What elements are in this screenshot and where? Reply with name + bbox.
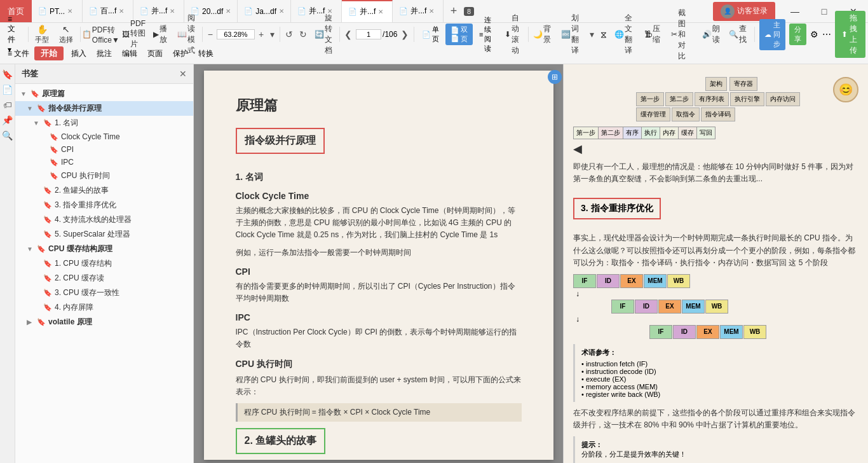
expand-11-icon: ▼ bbox=[27, 245, 34, 252]
tree-item-0[interactable]: ▼ 🔖 原理篇 bbox=[15, 86, 193, 101]
menu-file[interactable]: ≡ 文件 ▾ bbox=[3, 24, 25, 45]
new-tab-button[interactable]: + bbox=[444, 0, 464, 23]
translate-button[interactable]: 🔤 划词翻译 bbox=[557, 11, 583, 57]
zoom-in-button[interactable]: + bbox=[256, 28, 266, 41]
tree-item-9[interactable]: 🔖 4. 支持流水线的处理器 bbox=[15, 212, 193, 227]
tree-item-14[interactable]: 🔖 3. CPU 缓存一致性 bbox=[15, 286, 193, 300]
tag-icon[interactable]: 🏷 bbox=[3, 100, 12, 110]
prev-page-button[interactable]: ❮ bbox=[342, 28, 355, 41]
cell-id-2: ID bbox=[635, 300, 658, 314]
auto-scroll-icon: ⬇ bbox=[505, 30, 511, 39]
node-box-8: 缓存管理 bbox=[636, 107, 670, 121]
tab-8-icon: 📄 bbox=[399, 7, 408, 15]
tab-8[interactable]: 📄 并...f ✕ bbox=[393, 0, 444, 22]
tree-item-7[interactable]: 🔖 2. 鱼罐头的故事 bbox=[15, 183, 193, 198]
menu-edit[interactable]: 编辑 bbox=[117, 45, 142, 62]
tree-item-2[interactable]: ▼ 🔖 1. 名词 bbox=[15, 116, 193, 130]
tab-1-close[interactable]: ✕ bbox=[67, 8, 72, 15]
tab-5-close[interactable]: ✕ bbox=[279, 8, 284, 15]
page-number-input[interactable] bbox=[356, 29, 381, 39]
tab-7-close[interactable]: ✕ bbox=[378, 8, 383, 15]
share-button[interactable]: 分享 bbox=[789, 24, 806, 45]
rotate-left-button[interactable]: ↺ bbox=[283, 28, 295, 41]
pin-icon[interactable]: 📌 bbox=[2, 115, 13, 125]
node-box-1: 架构 bbox=[705, 77, 727, 91]
rotate-doc-button[interactable]: 🔄 旋转文档 bbox=[311, 11, 337, 57]
tab-2-close[interactable]: ✕ bbox=[119, 8, 124, 15]
menu-annotate[interactable]: 批注 bbox=[92, 45, 117, 62]
pdf-convert-button[interactable]: 📋 PDF转Office▼ bbox=[83, 24, 118, 46]
hand-icon: ✋ bbox=[37, 24, 48, 34]
fish-section-box: 2. 鱼罐头的故事 bbox=[236, 428, 326, 454]
scroll-button[interactable]: ⊞ bbox=[548, 70, 562, 84]
cell-if-1: IF bbox=[573, 274, 596, 288]
tree-item-8[interactable]: 🔖 3. 指令重排序优化 bbox=[15, 198, 193, 212]
compress-button[interactable]: 🗜 压缩 bbox=[641, 22, 663, 46]
menu-file-item[interactable]: ≡ 文件 bbox=[3, 45, 34, 62]
tree-item-10[interactable]: 🔖 5. SuperScalar 处理器 bbox=[15, 227, 193, 242]
zoom-out-button[interactable]: − bbox=[205, 28, 215, 41]
select-tool-button[interactable]: ↖ 选择 bbox=[55, 23, 78, 46]
tree-item-4[interactable]: 🔖 CPI bbox=[15, 143, 193, 156]
search-icon[interactable]: 🔍 bbox=[2, 130, 13, 141]
start-button[interactable]: 开始 bbox=[34, 46, 64, 60]
bookmark-icon[interactable]: 🔖 bbox=[2, 69, 13, 79]
tab-4-close[interactable]: ✕ bbox=[226, 8, 231, 15]
tree-item-6[interactable]: 🔖 CPU 执行时间 bbox=[15, 169, 193, 183]
zoom-dropdown-button[interactable]: ▾ bbox=[268, 28, 277, 41]
tree-item-1[interactable]: ▼ 🔖 指令级并行原理 ➔ bbox=[15, 101, 193, 116]
tab-5-icon: 📄 bbox=[244, 7, 253, 15]
tree-item-12[interactable]: 🔖 1. CPU 缓存结构 bbox=[15, 256, 193, 271]
tree-item-11[interactable]: ▼ 🔖 CPU 缓存结构原理 ➔ bbox=[15, 242, 193, 256]
menu-insert[interactable]: 插入 bbox=[66, 45, 92, 62]
menu-page[interactable]: 页面 bbox=[142, 45, 168, 62]
find-icon: 🔍 bbox=[729, 30, 738, 39]
settings-icon[interactable]: ⚙ bbox=[810, 29, 818, 39]
auto-scroll-button[interactable]: ⬇ 自动滚动 bbox=[501, 11, 526, 57]
read-aloud-button[interactable]: 🔊 朗读 bbox=[700, 22, 722, 46]
bg-label: 背景 bbox=[543, 24, 551, 45]
find-button[interactable]: 🔍 查找 bbox=[726, 22, 749, 46]
pipeline-diagram: IF ID EX MEM WB ↓ IF ID EX MEM WB ↓ IF I… bbox=[573, 274, 858, 339]
continuous-read-button[interactable]: ≡ 连续阅读 bbox=[474, 14, 499, 55]
upload-button[interactable]: ⬆ 拖拽上传 bbox=[835, 11, 865, 58]
tab-8-close[interactable]: ✕ bbox=[429, 8, 434, 15]
menu-convert[interactable]: 转换 bbox=[193, 45, 219, 62]
compare-button[interactable]: ✂ 截图和对比 bbox=[667, 6, 695, 63]
tree-item-3[interactable]: 🔖 Clock Cycle Time bbox=[15, 130, 193, 143]
tree-label-13: 2. CPU 缓存读 bbox=[55, 273, 104, 284]
compress-label: 压缩 bbox=[653, 24, 660, 45]
tab-7-label: 并...f bbox=[360, 6, 376, 17]
pdf-main-heading: 原理篇 bbox=[236, 96, 522, 115]
bg-button[interactable]: 🌙 背景 bbox=[531, 22, 553, 46]
cell-if-2: IF bbox=[611, 300, 634, 314]
tab-5-label: Ja...df bbox=[255, 7, 276, 16]
sidebar-close-button[interactable]: ✕ bbox=[179, 69, 187, 79]
hint2-title: 提示： bbox=[581, 440, 852, 450]
cloud-sync-button[interactable]: ☁ 主同步 bbox=[759, 19, 785, 50]
bookmark-10-icon: 🔖 bbox=[43, 230, 52, 238]
tree-item-5[interactable]: 🔖 IPC bbox=[15, 156, 193, 169]
tab-5[interactable]: 📄 Ja...df ✕ bbox=[238, 0, 291, 22]
full-translate-button[interactable]: 🌐 全文翻译 bbox=[611, 11, 637, 57]
hand-tool-button[interactable]: ✋ 手型 bbox=[31, 23, 53, 46]
double-page-button[interactable]: 📄📄 双页 bbox=[445, 24, 473, 45]
tab-count: 8 bbox=[464, 7, 474, 16]
more-icon[interactable]: ⋯ bbox=[822, 29, 831, 39]
tree-item-16[interactable]: ▶ 🔖 volatile 原理 bbox=[15, 315, 193, 329]
translate-dropdown-button[interactable]: ▾ bbox=[587, 28, 597, 41]
single-page-button[interactable]: 📄 单页 bbox=[417, 24, 444, 45]
tree-item-15[interactable]: 🔖 4. 内存屏障 bbox=[15, 300, 193, 315]
menu-protect[interactable]: 保护 bbox=[168, 45, 193, 62]
play-button[interactable]: ▶ 播放 bbox=[149, 22, 172, 46]
page-icon[interactable]: 📄 bbox=[2, 85, 13, 95]
tab-7[interactable]: 📄 并...f ✕ bbox=[342, 0, 393, 22]
sidebar-tree: ▼ 🔖 原理篇 ▼ 🔖 指令级并行原理 ➔ ▼ 🔖 1. 名词 bbox=[15, 84, 193, 463]
section1-box: 指令级并行原理 bbox=[236, 128, 325, 154]
tree-item-13[interactable]: 🔖 2. CPU 缓存读 bbox=[15, 271, 193, 286]
next-page-button[interactable]: ❯ bbox=[398, 28, 411, 41]
zoom-input[interactable] bbox=[217, 29, 255, 39]
tab-1[interactable]: 📄 PT... ✕ bbox=[32, 0, 83, 22]
rotate-right-button[interactable]: ↻ bbox=[297, 28, 309, 41]
zoom-control: − + ▾ bbox=[205, 28, 277, 41]
